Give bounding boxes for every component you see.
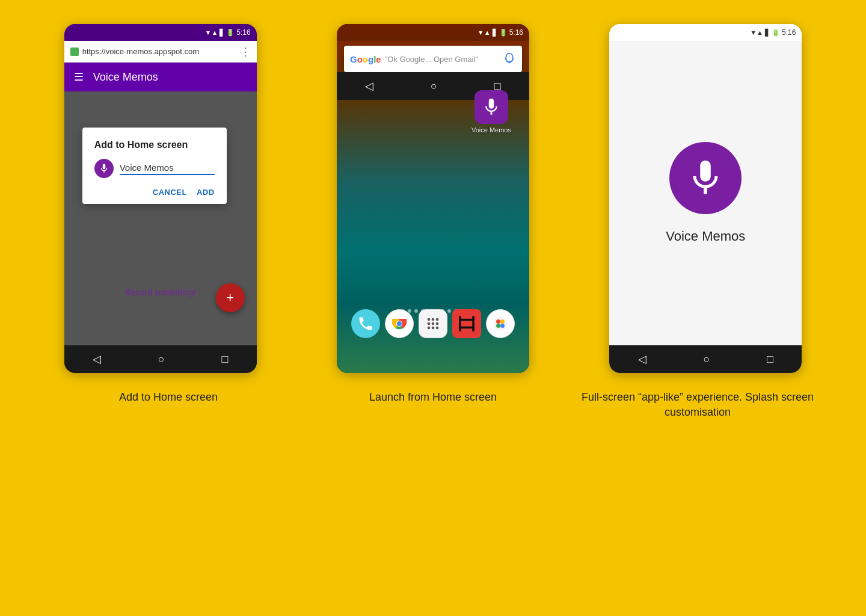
svg-point-10 [432, 322, 435, 325]
google-search-bar[interactable]: Google "Ok Google... Open Gmail" [344, 46, 522, 72]
lock-icon [70, 48, 79, 56]
home-icon[interactable]: ○ [158, 353, 165, 366]
signal-icon: ▋ [220, 29, 224, 37]
phone2-time: 5:16 [509, 28, 523, 37]
phone3-time: 5:16 [782, 28, 796, 37]
svg-rect-17 [472, 316, 474, 331]
svg-point-7 [432, 318, 435, 321]
svg-point-9 [428, 322, 431, 325]
svg-point-20 [493, 316, 507, 330]
phone2: ▼▲ ▋ 🔋 5:16 Google "Ok Google... Open Gm… [337, 24, 529, 373]
phone2-content: ▼▲ ▋ 🔋 5:16 Google "Ok Google... Open Gm… [337, 24, 529, 373]
mic-icon-dialog [94, 159, 114, 178]
svg-rect-18 [459, 319, 474, 321]
app-icon-label: Voice Memos [471, 126, 511, 134]
recent-icon[interactable]: □ [767, 353, 773, 366]
home-icon[interactable]: ○ [703, 353, 710, 366]
back-icon[interactable]: ◁ [638, 353, 646, 366]
fab-button[interactable]: + [216, 283, 245, 312]
phone2-status-bar: ▼▲ ▋ 🔋 5:16 [337, 24, 529, 41]
svg-rect-15 [459, 316, 474, 331]
back-icon[interactable]: ◁ [93, 353, 101, 366]
svg-point-5 [397, 321, 402, 326]
wifi-icon: ▼▲ [750, 29, 763, 36]
splash-app-name: Voice Memos [666, 229, 745, 244]
phone3-status-bar: ▼▲ ▋ 🔋 5:16 [609, 24, 802, 41]
dock-video-icon[interactable] [452, 309, 481, 338]
phone1: ▼▲ ▋ 🔋 5:16 https://voice-memos.appspot.… [64, 24, 257, 373]
svg-point-6 [428, 318, 431, 321]
svg-point-22 [500, 319, 505, 324]
svg-point-11 [436, 322, 439, 325]
phone1-app-content: Add to Home screen Voice Memos CANCEL AD… [64, 91, 257, 345]
phone1-nav-bar: ◁ ○ □ [64, 345, 257, 373]
phone1-url-bar: https://voice-memos.appspot.com ⋮ [64, 41, 257, 63]
dock-phone-icon[interactable] [351, 309, 380, 338]
phone3-content: Voice Memos [609, 41, 802, 345]
captions-row: Add to Home screen Launch from Home scre… [36, 390, 830, 420]
phone1-url: https://voice-memos.appspot.com [82, 47, 236, 56]
phone3: ▼▲ ▋ 🔋 5:16 Voice Memos ◁ ○ □ [609, 24, 802, 373]
phone1-app-header: ☰ Voice Memos [64, 63, 257, 91]
mic-icon-splash [669, 142, 742, 214]
svg-rect-16 [459, 316, 461, 331]
add-to-home-dialog: Add to Home screen Voice Memos CANCEL AD… [82, 128, 227, 204]
svg-point-8 [436, 318, 439, 321]
dock-launcher-icon[interactable] [419, 309, 447, 338]
battery-icon: 🔋 [226, 29, 235, 37]
battery-icon: 🔋 [772, 29, 780, 37]
signal-icon: ▋ [493, 29, 497, 37]
phone2-status-icons: ▼▲ ▋ 🔋 5:16 [478, 28, 523, 37]
phone2-container: ▼▲ ▋ 🔋 5:16 Google "Ok Google... Open Gm… [309, 24, 557, 373]
phone1-container: ▼▲ ▋ 🔋 5:16 https://voice-memos.appspot.… [36, 24, 284, 373]
home-icon[interactable]: ○ [431, 80, 437, 93]
dialog-input-row: Voice Memos [94, 159, 215, 178]
dialog-title: Add to Home screen [94, 140, 215, 150]
phone3-status-icons: ▼▲ ▋ 🔋 5:16 [750, 28, 796, 37]
google-mic-icon[interactable] [503, 52, 516, 66]
wifi-icon: ▼▲ [205, 29, 218, 36]
cancel-button[interactable]: CANCEL [153, 188, 187, 197]
svg-point-13 [432, 327, 435, 330]
phone1-time: 5:16 [236, 28, 250, 37]
google-search-placeholder: "Ok Google... Open Gmail" [385, 55, 499, 64]
signal-icon: ▋ [765, 29, 770, 37]
svg-point-12 [428, 327, 431, 330]
menu-dots-icon[interactable]: ⋮ [240, 45, 251, 58]
dock-gallery-icon[interactable] [486, 309, 515, 338]
phone1-app-title: Voice Memos [93, 71, 158, 84]
svg-rect-19 [459, 327, 474, 329]
record-text: Record something! [125, 288, 196, 297]
svg-point-23 [496, 324, 500, 328]
voice-memos-home-icon[interactable]: Voice Memos [471, 90, 511, 134]
phone3-caption: Full-screen “app-like” experience. Splas… [577, 390, 818, 420]
phone1-caption: Add to Home screen [48, 390, 289, 405]
add-button[interactable]: ADD [197, 188, 215, 197]
battery-icon: 🔋 [499, 29, 508, 37]
dock-chrome-icon[interactable] [385, 309, 414, 338]
svg-point-14 [436, 327, 439, 330]
dock [337, 302, 529, 345]
phone2-caption: Launch from Home screen [313, 390, 553, 405]
hamburger-icon[interactable]: ☰ [74, 70, 84, 84]
dialog-actions: CANCEL ADD [94, 188, 215, 197]
back-icon[interactable]: ◁ [365, 79, 373, 93]
phones-row: ▼▲ ▋ 🔋 5:16 https://voice-memos.appspot.… [36, 24, 830, 373]
phone3-container: ▼▲ ▋ 🔋 5:16 Voice Memos ◁ ○ □ [582, 24, 830, 373]
svg-point-24 [500, 324, 505, 328]
dialog-input[interactable]: Voice Memos [120, 162, 215, 175]
recent-icon[interactable]: □ [221, 353, 228, 366]
phone1-status-bar: ▼▲ ▋ 🔋 5:16 [64, 24, 257, 41]
wifi-icon: ▼▲ [478, 29, 491, 36]
app-icon-circle [474, 90, 508, 124]
svg-point-21 [496, 319, 500, 324]
phone3-nav-bar: ◁ ○ □ [609, 345, 802, 373]
google-logo: Google [350, 54, 381, 64]
phone1-status-icons: ▼▲ ▋ 🔋 5:16 [205, 28, 251, 37]
